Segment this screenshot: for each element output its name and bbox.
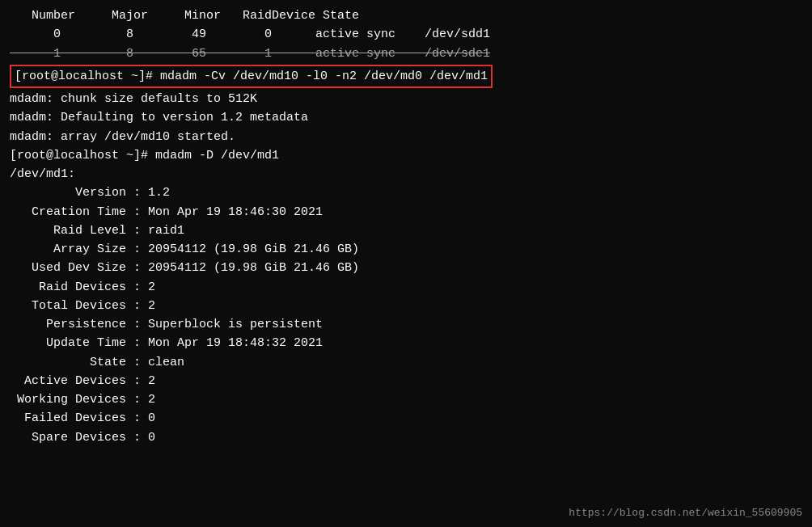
watermark: https://blog.csdn.net/weixin_55609905 [569, 507, 802, 519]
terminal-line-p: Persistence : Superblock is persistent [10, 315, 802, 334]
terminal-line-out2: mdadm: Defaulting to version 1.2 metadat… [10, 108, 802, 127]
terminal-output: Number Major Minor RaidDevice State 0 8 … [10, 6, 802, 447]
terminal-line-rl: Raid Level : raid1 [10, 221, 802, 240]
terminal-line-v: Version : 1.2 [10, 183, 802, 202]
terminal-line-ut: Update Time : Mon Apr 19 18:48:32 2021 [10, 334, 802, 352]
terminal-line-td: Total Devices : 2 [10, 297, 802, 315]
terminal-line-ad: Active Devices : 2 [10, 372, 802, 390]
terminal-line-uds: Used Dev Size : 20954112 (19.98 GiB 21.4… [10, 259, 802, 277]
terminal-line-fd: Failed Devices : 0 [10, 409, 802, 428]
terminal-line-as: Array Size : 20954112 (19.98 GiB 21.46 G… [10, 240, 802, 259]
terminal-line-header: Number Major Minor RaidDevice State [10, 6, 802, 25]
terminal-line-out3: mdadm: array /dev/md10 started. [10, 128, 802, 146]
highlighted-command: [root@localhost ~]# mdadm -Cv /dev/md10 … [10, 65, 493, 88]
terminal-line-wd: Working Devices : 2 [10, 390, 802, 409]
terminal-line-row1: 0 8 49 0 active sync /dev/sdd1 [10, 25, 802, 44]
terminal-line-cmd2: [root@localhost ~]# mdadm -D /dev/md1 [10, 146, 802, 165]
terminal-line-ct: Creation Time : Mon Apr 19 18:46:30 2021 [10, 203, 802, 221]
terminal-line-sp: Spare Devices : 0 [10, 428, 802, 447]
terminal-line-devlabel: /dev/md1: [10, 165, 802, 183]
terminal-line-out1: mdadm: chunk size defaults to 512K [10, 90, 802, 108]
terminal-line-row2: 1 8 65 1 active sync /dev/sde1 [10, 44, 802, 63]
terminal-line-st: State : clean [10, 353, 802, 372]
terminal-line-rd: Raid Devices : 2 [10, 278, 802, 297]
terminal: Number Major Minor RaidDevice State 0 8 … [0, 0, 812, 527]
command-line-cmd1: [root@localhost ~]# mdadm -Cv /dev/md10 … [10, 65, 802, 88]
